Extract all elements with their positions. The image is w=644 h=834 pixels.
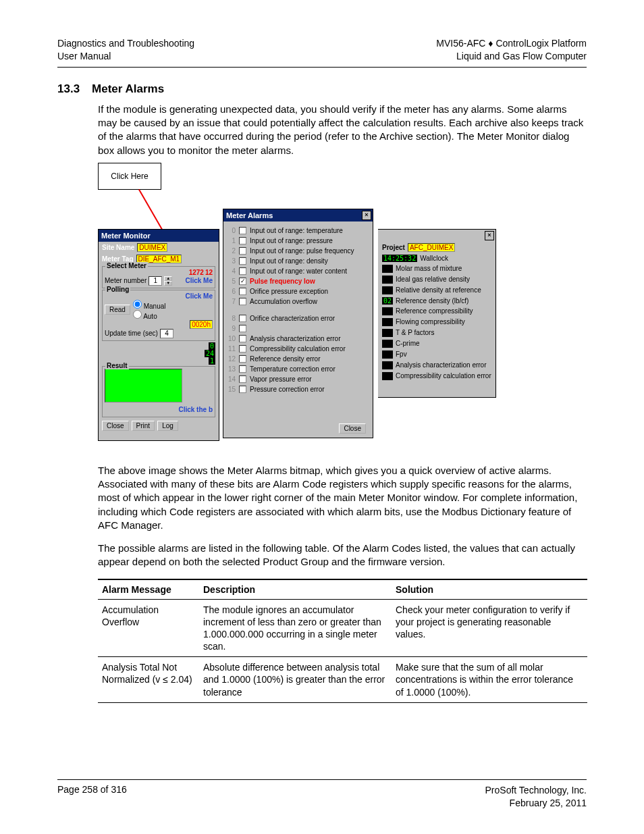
green-24: 24 (205, 350, 215, 357)
read-button[interactable]: Read (105, 305, 130, 315)
section-title-text: Meter Alarms (92, 82, 164, 96)
para-3: The possible alarms are listed in the fo… (98, 542, 587, 569)
alarm-row-4: 4 Input out of range: water content (227, 266, 369, 276)
screenshot-figure: Click Here Meter Monitor Site Name DUIME… (98, 167, 500, 396)
alarm-num: 14 (227, 375, 236, 383)
proj-item-label: T & P factors (396, 329, 434, 336)
alarm-checkbox[interactable] (239, 375, 246, 383)
proj-item-label: Molar mass of mixture (396, 265, 462, 272)
meter-number-spinner[interactable]: ▲▼ (164, 276, 172, 286)
table-row: Analysis Total Not Normalized (v ≤ 2.04)… (98, 657, 587, 703)
alarm-num: 1 (227, 237, 236, 244)
alarm-num: 12 (227, 355, 236, 363)
alarm-text: Input out of range: density (250, 257, 369, 265)
alarm-checkbox[interactable] (239, 315, 246, 322)
polling-group: Polling Click Me Read Manual Auto 0020h … (102, 290, 215, 341)
update-time-label: Update time (sec) (105, 330, 158, 337)
reg-12: 12 (205, 269, 213, 276)
hex-0020: 0020h (190, 320, 213, 329)
click-the-b[interactable]: Click the b (178, 406, 213, 413)
alarm-row-6: 6 Orifice pressure exception (227, 286, 369, 296)
cell-desc: Absolute difference between analysis tot… (199, 657, 392, 703)
click-me-1[interactable]: Click Me (185, 277, 213, 284)
alarm-text: Orifice characterization error (250, 315, 369, 322)
black-box-icon (382, 329, 393, 337)
proj-item: Analysis characterization error (378, 360, 495, 371)
black-box-icon (382, 372, 393, 380)
manual-radio[interactable] (133, 300, 142, 309)
alarm-checkbox[interactable] (239, 257, 246, 265)
alarm-checkbox[interactable] (239, 267, 246, 275)
alarm-text: Compressibility calculation error (250, 345, 369, 353)
project-close-icon[interactable]: × (485, 231, 494, 240)
alarm-text: Pulse frequency low (250, 278, 369, 285)
cell-msg: Analysis Total Not Normalized (v ≤ 2.04) (98, 657, 199, 703)
proj-item-label: Fpv (396, 350, 407, 358)
alarm-num: 5 (227, 278, 236, 285)
alarm-num: 15 (227, 386, 236, 393)
wallclock-label: Wallclock (420, 255, 448, 262)
page-header: Diagnostics and Troubleshooting User Man… (57, 37, 587, 68)
alarm-row-3: 3 Input out of range: density (227, 256, 369, 266)
auto-radio[interactable] (133, 310, 142, 319)
hdr-right2: Liquid and Gas Flow Computer (436, 50, 587, 63)
black-box-icon (382, 286, 393, 294)
alarm-num: 7 (227, 298, 236, 305)
green-1: 1 (209, 357, 215, 365)
meter-monitor-window: Meter Monitor Site Name DUIMEX Meter Tag… (98, 229, 219, 441)
project-panel: × Project AFC_DUIMEX 14:25:32 Wallclock … (378, 229, 496, 398)
alarm-checkbox[interactable] (239, 227, 246, 234)
alarm-checkbox[interactable] (239, 355, 246, 363)
alarms-close-icon[interactable]: × (362, 211, 371, 220)
alarm-row-11: 11 Compressibility calculation error (227, 344, 369, 354)
alarm-checkbox[interactable] (239, 386, 246, 393)
alarm-num: 9 (227, 325, 236, 332)
mm-print-button[interactable]: Print (132, 421, 155, 431)
cell-sol: Check your meter configuration to verify… (392, 599, 587, 657)
alarm-checkbox[interactable] (239, 335, 246, 342)
meter-number-input[interactable]: 1 (149, 276, 162, 286)
alarm-num: 13 (227, 365, 236, 373)
proj-item: Fpv (378, 349, 495, 360)
alarms-close-button[interactable]: Close (339, 423, 366, 434)
proj-item: Flowing compressibility (378, 317, 495, 328)
alarm-text: Orifice pressure exception (250, 288, 369, 295)
footer-date: February 25, 2011 (485, 797, 587, 810)
section-heading: 13.3 Meter Alarms (57, 82, 587, 96)
proj-item: 02Reference density (lb/cf) (378, 296, 495, 306)
alarm-text: Input out of range: pressure (250, 237, 369, 244)
alarm-num: 8 (227, 315, 236, 322)
alarm-text: Input out of range: temperature (250, 227, 369, 234)
reg-1272: 1272 (189, 269, 204, 276)
auto-label: Auto (143, 313, 157, 320)
alarm-text: Input out of range: pulse frequency (250, 247, 369, 255)
alarm-row-0: 0 Input out of range: temperature (227, 226, 369, 236)
proj-item: Relative density at reference (378, 285, 495, 296)
alarm-checkbox[interactable] (239, 345, 246, 353)
alarm-checkbox[interactable] (239, 288, 246, 295)
alarm-num: 10 (227, 335, 236, 342)
alarm-checkbox[interactable] (239, 247, 246, 255)
alarm-text: Accumulation overflow (250, 298, 369, 305)
alarm-text: Input out of range: water content (250, 267, 369, 275)
meter-alarms-dialog: Meter Alarms × 0 Input out of range: tem… (223, 209, 373, 438)
alarm-checkbox[interactable] (239, 237, 246, 244)
alarms-title: Meter Alarms (226, 211, 273, 219)
alarm-checkbox[interactable] (239, 365, 246, 373)
alarm-checkbox[interactable] (239, 298, 246, 305)
mm-log-button[interactable]: Log (157, 421, 178, 431)
proj-item-label: Ideal gas relative density (396, 276, 470, 283)
proj-item-label: Compressibility calculation error (396, 372, 491, 380)
alarm-checkbox[interactable] (239, 278, 246, 285)
click-me-2[interactable]: Click Me (185, 292, 213, 300)
section-number: 13.3 (57, 82, 80, 96)
cell-desc: The module ignores an accumulator increm… (199, 599, 392, 657)
black-box-icon (382, 307, 393, 315)
alarm-row-12: 12 Reference density error (227, 354, 369, 364)
alarm-num: 6 (227, 288, 236, 295)
alarm-num: 4 (227, 267, 236, 275)
update-time-input[interactable]: 4 (160, 329, 173, 338)
alarm-checkbox[interactable] (239, 325, 246, 332)
proj-item: Reference compressibility (378, 306, 495, 317)
mm-close-button[interactable]: Close (102, 421, 129, 431)
